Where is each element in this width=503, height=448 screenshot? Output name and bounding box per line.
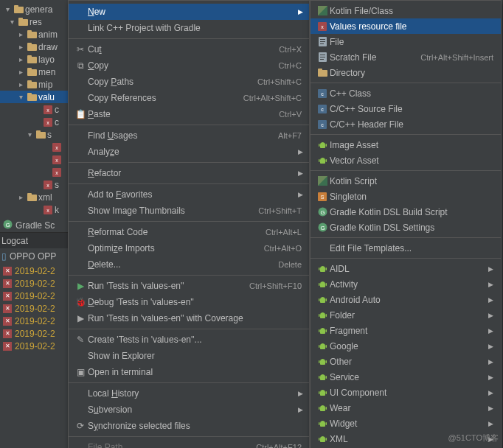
menu-item-copy[interactable]: ⧉CopyCtrl+C [69, 57, 309, 74]
menu-item-refactor[interactable]: Refactor▶ [69, 165, 309, 181]
expand-icon[interactable]: ▸ [19, 43, 27, 51]
delete-icon[interactable]: ✕ [3, 279, 12, 288]
delete-icon[interactable]: ✕ [3, 292, 12, 301]
submenu-item-singleton[interactable]: SSingleton [311, 189, 501, 204]
tree-item[interactable]: ▾genera [0, 3, 68, 15]
menu-separator [69, 221, 309, 222]
menu-item-subversion[interactable]: Subversion▶ [69, 402, 309, 418]
tree-item[interactable]: ▸anim [0, 28, 68, 41]
submenu-item-image-asset[interactable]: Image Asset [311, 137, 501, 153]
menu-shortcut: Ctrl+Alt+Shift+C [243, 94, 302, 102]
menu-item-paste[interactable]: 📋PasteCtrl+V [69, 106, 309, 122]
submenu-item-gradle-kotlin-dsl-settings[interactable]: GGradle Kotlin DSL Settings [311, 220, 501, 235]
tree-item[interactable]: x [0, 141, 68, 153]
delete-icon[interactable]: ✕ [3, 267, 12, 276]
logcat-tab[interactable]: Logcat [0, 232, 68, 248]
submenu-label: Wear [330, 403, 488, 413]
submenu-item-google[interactable]: Google▶ [311, 338, 501, 354]
menu-item-create-tests-in-values-en[interactable]: ✎Create 'Tests in 'values-en''... [69, 332, 309, 348]
tree-item[interactable]: xc [0, 116, 68, 128]
delete-icon[interactable]: ✕ [3, 342, 12, 351]
android-icon [315, 264, 330, 273]
submenu-item-c-c-header-file[interactable]: cC/C++ Header File [311, 116, 501, 132]
expand-icon[interactable]: ▸ [19, 80, 27, 88]
tree-item[interactable]: xc [0, 103, 68, 116]
menu-item-copy-paths[interactable]: Copy PathsCtrl+Shift+C [69, 74, 309, 90]
tree-item[interactable]: xk [0, 203, 68, 216]
submenu-item-scratch-file[interactable]: Scratch FileCtrl+Alt+Shift+Insert [311, 49, 501, 65]
menu-item-local-history[interactable]: Local History▶ [69, 385, 309, 402]
tree-item[interactable]: ▸mip [0, 78, 68, 91]
submenu-item-service[interactable]: Service▶ [311, 369, 501, 385]
submenu-item-wear[interactable]: Wear▶ [311, 400, 501, 416]
delete-icon[interactable]: ✕ [3, 304, 12, 313]
submenu-item-activity[interactable]: Activity▶ [311, 276, 501, 292]
menu-item-debug-tests-in-values-en[interactable]: 🐞Debug 'Tests in 'values-en'' [69, 294, 309, 310]
project-tree[interactable]: ▾genera▾res▸anim▸draw▸layo▸men▸mip▾valux… [0, 0, 68, 448]
submenu-item-fragment[interactable]: Fragment▶ [311, 323, 501, 338]
tree-item[interactable]: xs [0, 178, 68, 191]
expand-icon[interactable]: ▾ [10, 18, 18, 26]
submenu-item-c-class[interactable]: cC++ Class [311, 85, 501, 101]
submenu-item-directory[interactable]: Directory [311, 65, 501, 80]
svg-rect-87 [325, 345, 327, 348]
submenu-item-gradle-kotlin-dsl-build-script[interactable]: GGradle Kotlin DSL Build Script [311, 204, 501, 220]
submenu-item-kotlin-file-class[interactable]: Kotlin File/Class [311, 3, 501, 18]
submenu-item-widget[interactable]: Widget▶ [311, 416, 501, 431]
svg-rect-42 [320, 41, 325, 42]
expand-icon[interactable]: ▾ [6, 5, 13, 13]
folder-icon [13, 5, 24, 13]
expand-icon[interactable]: ▾ [19, 93, 27, 101]
menu-item-find-usages[interactable]: Find UsagesAlt+F7 [69, 127, 309, 144]
tree-item[interactable]: ▸men [0, 66, 68, 78]
tree-item[interactable]: ▸layo [0, 53, 68, 66]
menu-shortcut: Ctrl+Alt+F12 [256, 443, 302, 448]
menu-item-run-tests-in-values-en[interactable]: ▶Run 'Tests in 'values-en''Ctrl+Shift+F1… [69, 278, 309, 294]
menu-item-add-to-favorites[interactable]: Add to Favorites▶ [69, 186, 309, 203]
expand-icon[interactable]: ▸ [19, 55, 27, 63]
menu-item-reformat-code[interactable]: Reformat CodeCtrl+Alt+L [69, 224, 309, 240]
delete-icon[interactable]: ✕ [3, 317, 12, 326]
menu-item-cut[interactable]: ✂CutCtrl+X [69, 41, 309, 57]
gradle-scripts[interactable]: GGradle Sc [0, 219, 68, 232]
submenu-item-vector-asset[interactable]: Vector Asset [311, 153, 501, 168]
menu-label: Debug 'Tests in 'values-en'' [88, 297, 302, 307]
submenu-item-folder[interactable]: Folder▶ [311, 307, 501, 323]
menu-item-show-image-thumbnails[interactable]: Show Image ThumbnailsCtrl+Shift+T [69, 203, 309, 219]
menu-item-synchronize-selected-files[interactable]: ⟳Synchronize selected files [69, 418, 309, 434]
expand-icon[interactable]: ▸ [19, 30, 27, 38]
submenu-item-file[interactable]: File [311, 34, 501, 49]
device-selector[interactable]: ▯OPPO OPP [0, 248, 68, 265]
expand-icon[interactable]: ▸ [19, 193, 27, 201]
submenu-item-kotlin-script[interactable]: Kotlin Script [311, 173, 501, 189]
submenu-item-android-auto[interactable]: Android Auto▶ [311, 292, 501, 307]
menu-item-link-c-project-with-gradle[interactable]: Link C++ Project with Gradle [69, 20, 309, 36]
log-text: 2019-02-2 [15, 316, 55, 326]
tree-item[interactable]: ▸xml [0, 191, 68, 203]
submenu-item-edit-file-templates[interactable]: Edit File Templates... [311, 240, 501, 256]
tree-item[interactable]: ▸draw [0, 41, 68, 53]
submenu-item-ui-component[interactable]: UI Component▶ [311, 385, 501, 400]
expand-icon[interactable]: ▾ [28, 130, 35, 139]
menu-item-run-tests-in-values-en-with-coverage[interactable]: ▶Run 'Tests in 'values-en'' with Coverag… [69, 310, 309, 326]
submenu-item-aidl[interactable]: AIDL▶ [311, 261, 501, 276]
tree-item[interactable]: ▾res [0, 15, 68, 28]
menu-item-analyze[interactable]: Analyze▶ [69, 144, 309, 160]
tree-item[interactable]: ▾s [0, 128, 68, 141]
tree-item[interactable]: x [0, 153, 68, 166]
svg-rect-89 [319, 360, 320, 363]
menu-item-show-in-explorer[interactable]: Show in Explorer [69, 348, 309, 364]
submenu-item-values-resource-file[interactable]: xValues resource file [311, 18, 501, 34]
expand-icon[interactable]: ▸ [19, 68, 27, 76]
tree-item[interactable]: x [0, 166, 68, 178]
menu-item-open-in-terminal[interactable]: ▣Open in terminal [69, 364, 309, 380]
menu-item-optimize-imports[interactable]: Optimize ImportsCtrl+Alt+O [69, 240, 309, 256]
kt-icon [315, 176, 330, 186]
menu-item-new[interactable]: New▶ [69, 4, 309, 20]
tree-item[interactable]: ▾valu [0, 91, 68, 103]
menu-item-delete[interactable]: Delete...Delete [69, 256, 309, 273]
submenu-item-other[interactable]: Other▶ [311, 354, 501, 369]
delete-icon[interactable]: ✕ [3, 329, 12, 338]
submenu-item-c-c-source-file[interactable]: cC/C++ Source File [311, 101, 501, 116]
menu-item-copy-references[interactable]: Copy ReferencesCtrl+Alt+Shift+C [69, 90, 309, 106]
